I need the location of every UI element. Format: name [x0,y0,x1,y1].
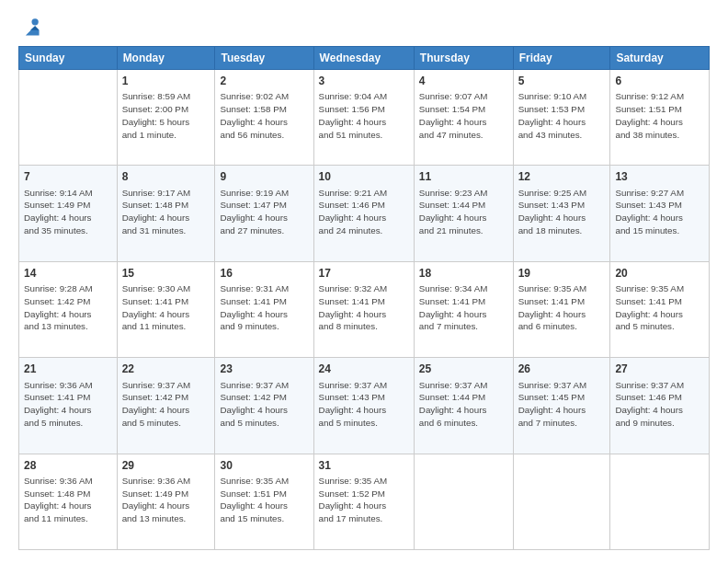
day-info: Sunrise: 9:02 AMSunset: 1:58 PMDaylight:… [220,90,308,141]
day-cell: 28Sunrise: 9:36 AMSunset: 1:48 PMDayligh… [19,454,118,549]
day-number: 26 [518,362,606,377]
day-cell: 16Sunrise: 9:31 AMSunset: 1:41 PMDayligh… [215,261,313,357]
day-cell: 2Sunrise: 9:02 AMSunset: 1:58 PMDaylight… [215,70,313,166]
column-header-friday: Friday [513,47,610,70]
day-cell: 9Sunrise: 9:19 AMSunset: 1:47 PMDaylight… [215,166,313,261]
day-cell: 21Sunrise: 9:36 AMSunset: 1:41 PMDayligh… [19,358,118,454]
column-header-thursday: Thursday [414,47,513,70]
day-number: 23 [220,362,308,377]
day-cell: 5Sunrise: 9:10 AMSunset: 1:53 PMDaylight… [513,70,610,166]
day-info: Sunrise: 9:36 AMSunset: 1:41 PMDaylight:… [24,379,112,430]
day-number: 19 [518,266,606,282]
day-info: Sunrise: 9:31 AMSunset: 1:41 PMDaylight:… [220,282,308,333]
page: SundayMondayTuesdayWednesdayThursdayFrid… [0,0,728,563]
day-cell: 24Sunrise: 9:37 AMSunset: 1:43 PMDayligh… [313,358,414,454]
day-number: 21 [24,362,112,377]
week-row-5: 28Sunrise: 9:36 AMSunset: 1:48 PMDayligh… [19,454,710,549]
day-number: 5 [518,74,606,89]
day-cell: 15Sunrise: 9:30 AMSunset: 1:41 PMDayligh… [117,261,215,357]
day-cell: 13Sunrise: 9:27 AMSunset: 1:43 PMDayligh… [610,166,710,261]
day-cell: 8Sunrise: 9:17 AMSunset: 1:48 PMDaylight… [117,166,215,261]
day-info: Sunrise: 9:30 AMSunset: 1:41 PMDaylight:… [122,282,210,333]
column-header-tuesday: Tuesday [215,47,313,70]
day-cell: 27Sunrise: 9:37 AMSunset: 1:46 PMDayligh… [610,358,710,454]
day-info: Sunrise: 9:25 AMSunset: 1:43 PMDaylight:… [518,187,606,237]
day-number: 8 [122,169,210,185]
day-number: 4 [419,74,508,89]
day-number: 16 [220,266,308,282]
day-cell [414,454,513,549]
day-cell: 22Sunrise: 9:37 AMSunset: 1:42 PMDayligh… [117,358,215,454]
logo [18,17,40,37]
day-cell [513,454,610,549]
day-number: 6 [615,74,704,89]
day-info: Sunrise: 9:35 AMSunset: 1:51 PMDaylight:… [220,475,308,525]
day-cell: 18Sunrise: 9:34 AMSunset: 1:41 PMDayligh… [414,261,513,357]
week-row-2: 7Sunrise: 9:14 AMSunset: 1:49 PMDaylight… [19,166,710,261]
day-cell: 19Sunrise: 9:35 AMSunset: 1:41 PMDayligh… [513,261,610,357]
day-number: 18 [419,266,508,282]
day-info: Sunrise: 9:32 AMSunset: 1:41 PMDaylight:… [319,282,409,333]
day-cell [610,454,710,549]
svg-point-2 [31,18,38,25]
column-header-saturday: Saturday [610,47,710,70]
svg-marker-1 [30,26,40,29]
day-number: 3 [319,74,409,89]
day-cell: 7Sunrise: 9:14 AMSunset: 1:49 PMDaylight… [19,166,118,261]
week-row-4: 21Sunrise: 9:36 AMSunset: 1:41 PMDayligh… [19,358,710,454]
day-info: Sunrise: 9:35 AMSunset: 1:41 PMDaylight:… [518,282,606,333]
day-info: Sunrise: 9:17 AMSunset: 1:48 PMDaylight:… [122,187,210,237]
day-info: Sunrise: 9:07 AMSunset: 1:54 PMDaylight:… [419,90,508,141]
day-cell: 25Sunrise: 9:37 AMSunset: 1:44 PMDayligh… [414,358,513,454]
calendar-header-row: SundayMondayTuesdayWednesdayThursdayFrid… [19,47,710,70]
column-header-sunday: Sunday [19,47,118,70]
day-cell [19,70,118,166]
day-info: Sunrise: 9:21 AMSunset: 1:46 PMDaylight:… [319,187,409,237]
day-number: 12 [518,169,606,185]
day-info: Sunrise: 9:27 AMSunset: 1:43 PMDaylight:… [615,187,704,237]
day-info: Sunrise: 9:12 AMSunset: 1:51 PMDaylight:… [615,90,704,141]
day-number: 28 [24,458,112,474]
day-cell: 23Sunrise: 9:37 AMSunset: 1:42 PMDayligh… [215,358,313,454]
day-info: Sunrise: 9:35 AMSunset: 1:41 PMDaylight:… [615,282,704,333]
day-info: Sunrise: 9:04 AMSunset: 1:56 PMDaylight:… [319,90,409,141]
day-number: 20 [615,266,704,282]
day-cell: 12Sunrise: 9:25 AMSunset: 1:43 PMDayligh… [513,166,610,261]
day-number: 22 [122,362,210,377]
day-number: 24 [319,362,409,377]
svg-marker-0 [26,26,40,35]
day-info: Sunrise: 9:37 AMSunset: 1:42 PMDaylight:… [220,379,308,430]
week-row-3: 14Sunrise: 9:28 AMSunset: 1:42 PMDayligh… [19,261,710,357]
day-info: Sunrise: 9:37 AMSunset: 1:43 PMDaylight:… [319,379,409,430]
day-info: Sunrise: 9:23 AMSunset: 1:44 PMDaylight:… [419,187,508,237]
day-info: Sunrise: 8:59 AMSunset: 2:00 PMDaylight:… [122,90,210,141]
day-number: 15 [122,266,210,282]
day-cell: 1Sunrise: 8:59 AMSunset: 2:00 PMDaylight… [117,70,215,166]
day-info: Sunrise: 9:19 AMSunset: 1:47 PMDaylight:… [220,187,308,237]
day-cell: 20Sunrise: 9:35 AMSunset: 1:41 PMDayligh… [610,261,710,357]
day-cell: 14Sunrise: 9:28 AMSunset: 1:42 PMDayligh… [19,261,118,357]
day-cell: 6Sunrise: 9:12 AMSunset: 1:51 PMDaylight… [610,70,710,166]
header [18,17,710,37]
day-info: Sunrise: 9:35 AMSunset: 1:52 PMDaylight:… [319,475,409,525]
day-cell: 17Sunrise: 9:32 AMSunset: 1:41 PMDayligh… [313,261,414,357]
day-number: 10 [319,169,409,185]
day-number: 2 [220,74,308,89]
day-cell: 10Sunrise: 9:21 AMSunset: 1:46 PMDayligh… [313,166,414,261]
day-info: Sunrise: 9:34 AMSunset: 1:41 PMDaylight:… [419,282,508,333]
day-number: 1 [122,74,210,89]
week-row-1: 1Sunrise: 8:59 AMSunset: 2:00 PMDaylight… [19,70,710,166]
day-info: Sunrise: 9:37 AMSunset: 1:46 PMDaylight:… [615,379,704,430]
column-header-monday: Monday [117,47,215,70]
calendar: SundayMondayTuesdayWednesdayThursdayFrid… [18,46,710,550]
day-number: 25 [419,362,508,377]
day-number: 9 [220,169,308,185]
day-cell: 26Sunrise: 9:37 AMSunset: 1:45 PMDayligh… [513,358,610,454]
day-number: 30 [220,458,308,474]
logo-icon [20,17,40,37]
day-number: 13 [615,169,704,185]
day-info: Sunrise: 9:37 AMSunset: 1:44 PMDaylight:… [419,379,508,430]
day-cell: 4Sunrise: 9:07 AMSunset: 1:54 PMDaylight… [414,70,513,166]
day-info: Sunrise: 9:36 AMSunset: 1:48 PMDaylight:… [24,475,112,525]
day-info: Sunrise: 9:10 AMSunset: 1:53 PMDaylight:… [518,90,606,141]
